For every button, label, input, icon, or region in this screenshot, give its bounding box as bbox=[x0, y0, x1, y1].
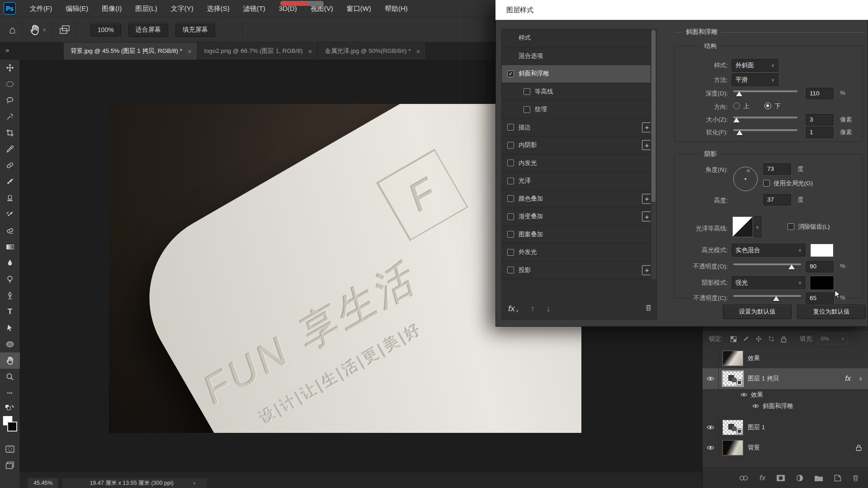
status-zoom-level[interactable]: 45.45% bbox=[28, 478, 58, 488]
add-layer-mask-button[interactable] bbox=[776, 474, 785, 482]
depth-slider[interactable] bbox=[733, 89, 797, 97]
checkbox[interactable] bbox=[507, 124, 514, 131]
history-brush-tool[interactable] bbox=[0, 206, 20, 222]
move-tool[interactable] bbox=[0, 60, 20, 76]
list-item-inner-shadow[interactable]: 内阴影+ bbox=[502, 136, 656, 155]
magic-wand-tool[interactable] bbox=[0, 108, 20, 125]
soften-input[interactable]: 1 bbox=[806, 127, 834, 138]
list-item-drop-shadow[interactable]: 投影+ bbox=[502, 262, 656, 280]
shape-tool[interactable] bbox=[0, 336, 20, 352]
list-item-bevel-emboss[interactable]: ✓斜面和浮雕 bbox=[502, 65, 656, 83]
soften-slider[interactable] bbox=[733, 128, 797, 136]
gloss-contour-thumbnail[interactable] bbox=[732, 216, 753, 237]
checkbox[interactable] bbox=[507, 231, 514, 238]
layer-thumbnail[interactable] bbox=[722, 371, 743, 386]
chevron-down-icon[interactable]: ∨ bbox=[43, 27, 46, 32]
highlight-opacity-input[interactable]: 90 bbox=[806, 261, 834, 272]
lasso-tool[interactable] bbox=[0, 92, 20, 108]
delete-layer-button[interactable] bbox=[852, 474, 859, 482]
list-item-color-overlay[interactable]: 颜色叠加+ bbox=[502, 190, 656, 208]
menu-file[interactable]: 文件(F) bbox=[23, 0, 59, 17]
menu-type[interactable]: 文字(Y) bbox=[164, 0, 200, 17]
lock-all-icon[interactable] bbox=[781, 336, 787, 343]
lock-artboard-icon[interactable] bbox=[768, 336, 774, 342]
list-scrollbar[interactable] bbox=[651, 29, 656, 279]
lock-pixels-icon[interactable] bbox=[743, 336, 749, 342]
eraser-tool[interactable] bbox=[0, 222, 20, 239]
checkbox[interactable] bbox=[507, 213, 514, 220]
visibility-toggle[interactable] bbox=[752, 404, 759, 408]
close-icon[interactable]: × bbox=[416, 47, 420, 55]
checkbox[interactable] bbox=[507, 178, 514, 184]
direction-down-radio[interactable] bbox=[764, 103, 771, 109]
status-document-info[interactable]: 19.47 厘米 x 13.55 厘米 (300 ppi) › bbox=[62, 478, 207, 488]
healing-brush-tool[interactable] bbox=[0, 157, 20, 174]
layer-row-bevel-emboss-sub[interactable]: 斜面和浮雕 bbox=[703, 400, 868, 412]
altitude-input[interactable]: 37 bbox=[763, 194, 791, 206]
list-item-outer-glow[interactable]: 外发光 bbox=[502, 244, 656, 262]
checkbox[interactable] bbox=[507, 249, 514, 256]
checkbox[interactable] bbox=[507, 160, 514, 166]
list-item-contour[interactable]: 等高线 bbox=[502, 83, 656, 101]
checkbox[interactable] bbox=[507, 195, 514, 202]
gloss-contour-dropdown[interactable]: ∨ bbox=[754, 216, 761, 237]
visibility-toggle[interactable] bbox=[741, 392, 747, 397]
fit-screen-button[interactable]: 适合屏幕 bbox=[128, 23, 168, 37]
list-item-texture[interactable]: 纹理 bbox=[502, 101, 656, 119]
blur-tool[interactable] bbox=[0, 255, 20, 271]
highlight-opacity-slider[interactable] bbox=[733, 263, 801, 270]
fill-screen-button[interactable]: 填充屏幕 bbox=[175, 23, 215, 37]
direction-up-radio[interactable] bbox=[733, 103, 740, 109]
tab-document-1[interactable]: 背景.jpg @ 45.5% (图层 1 拷贝, RGB/8) * × bbox=[64, 42, 198, 60]
highlight-mode-select[interactable]: 实色混合 ∨ bbox=[731, 244, 806, 257]
horizontal-scrollbar[interactable] bbox=[20, 472, 702, 478]
close-icon[interactable]: × bbox=[188, 47, 192, 55]
marquee-tool[interactable] bbox=[0, 76, 20, 92]
anti-aliased-checkbox[interactable] bbox=[788, 223, 794, 230]
menu-select[interactable]: 选择(S) bbox=[200, 0, 236, 17]
size-input[interactable]: 3 bbox=[806, 114, 834, 126]
tab-document-3[interactable]: 金属光泽.jpg @ 50%(RGB/8#) * × bbox=[318, 42, 426, 60]
hand-tool[interactable] bbox=[0, 352, 20, 369]
clone-stamp-tool[interactable] bbox=[0, 190, 20, 206]
reset-default-button[interactable]: 复位为默认值 bbox=[797, 305, 866, 319]
chevron-right-icon[interactable]: › bbox=[193, 480, 195, 486]
bevel-style-select[interactable]: 外斜面 ∨ bbox=[731, 59, 778, 72]
hand-tool-icon[interactable] bbox=[29, 24, 41, 36]
layer-thumbnail[interactable] bbox=[722, 420, 743, 435]
visibility-toggle[interactable] bbox=[703, 417, 719, 437]
lock-transparency-icon[interactable] bbox=[731, 336, 736, 342]
shadow-opacity-input[interactable]: 65 bbox=[806, 292, 834, 304]
list-item-stroke[interactable]: 描边+ bbox=[502, 119, 656, 137]
new-layer-button[interactable] bbox=[834, 474, 841, 482]
layer-thumbnail[interactable] bbox=[722, 440, 743, 455]
panel-collapse-icon[interactable]: » bbox=[5, 46, 9, 54]
path-select-tool[interactable] bbox=[0, 320, 20, 336]
checkbox-checked[interactable]: ✓ bbox=[507, 70, 514, 77]
list-item-blending-options[interactable]: 混合选项 bbox=[502, 47, 656, 66]
gradient-tool[interactable] bbox=[0, 239, 20, 255]
photoshop-logo[interactable]: Ps bbox=[4, 2, 16, 14]
swap-colors-button[interactable] bbox=[0, 401, 20, 413]
collapse-effects-icon[interactable]: ∧ bbox=[859, 375, 863, 382]
fx-badge[interactable]: fx bbox=[845, 375, 851, 383]
move-style-up-button[interactable]: ↑ bbox=[530, 304, 534, 314]
dialog-title-bar[interactable]: 图层样式 bbox=[495, 0, 868, 20]
list-item-gradient-overlay[interactable]: 渐变叠加+ bbox=[502, 208, 656, 226]
scrollbar-thumb[interactable] bbox=[651, 30, 656, 202]
menu-image[interactable]: 图像(I) bbox=[95, 0, 128, 17]
fx-menu-button[interactable]: fx bbox=[508, 304, 515, 314]
list-item-pattern-overlay[interactable]: 图案叠加 bbox=[502, 226, 656, 244]
shadow-color-swatch[interactable] bbox=[810, 276, 834, 290]
checkbox[interactable] bbox=[524, 88, 530, 95]
move-style-down-button[interactable]: ↓ bbox=[546, 304, 550, 314]
list-item-satin[interactable]: 光泽 bbox=[502, 172, 656, 190]
size-slider[interactable] bbox=[733, 116, 797, 123]
tab-document-2[interactable]: logo2.png @ 66.7% (图层 1, RGB/8) × bbox=[198, 42, 318, 60]
type-tool[interactable]: T bbox=[0, 304, 20, 320]
layer-row-layer-1[interactable]: 图层 1 bbox=[703, 417, 868, 437]
list-item-styles[interactable]: 样式 bbox=[502, 29, 656, 47]
use-global-light-checkbox[interactable] bbox=[763, 180, 770, 187]
layer-row-layer-1-copy[interactable]: 图层 1 拷贝 fx ∧ bbox=[703, 368, 868, 389]
checkbox[interactable] bbox=[524, 106, 530, 113]
